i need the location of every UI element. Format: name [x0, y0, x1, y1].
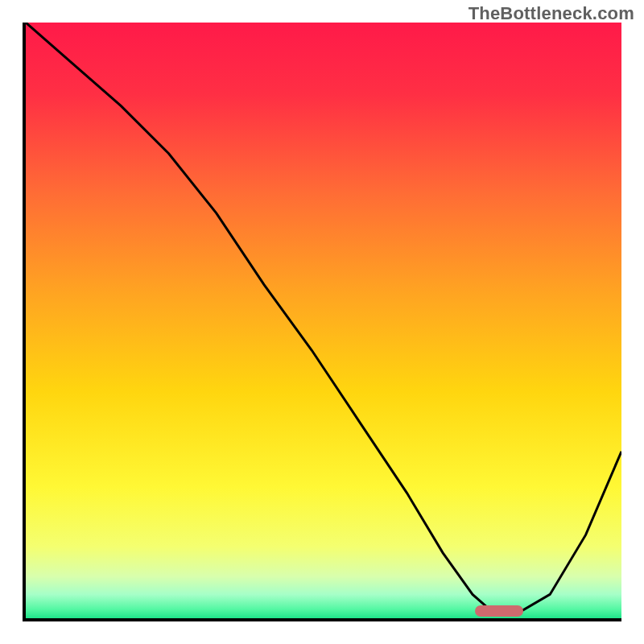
plot-area [23, 23, 621, 621]
bottleneck-curve [26, 23, 621, 618]
watermark-text: TheBottleneck.com [469, 3, 634, 24]
curve-path [26, 23, 621, 615]
chart-container: TheBottleneck.com [0, 0, 644, 644]
optimal-marker [475, 605, 523, 617]
